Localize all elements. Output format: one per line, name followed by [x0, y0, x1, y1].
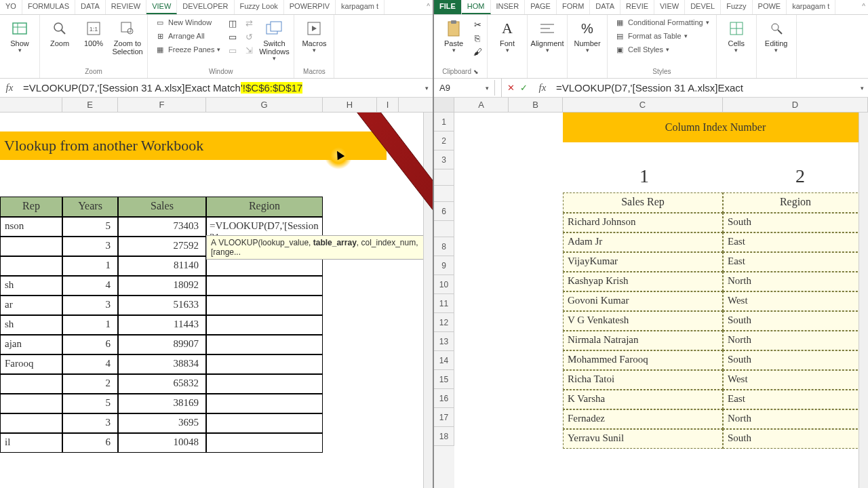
rcell[interactable]: Richard Johnson — [563, 213, 723, 232]
col-G[interactable]: G — [206, 98, 323, 112]
rowh[interactable]: 13 — [434, 332, 454, 351]
formula-input[interactable]: =VLOOKUP(D7,'[Session 31 A.xlsx]Exact Ma… — [19, 79, 421, 96]
condformat-button[interactable]: ▦Conditional Formatting▾ — [612, 16, 712, 28]
cellstyles-button[interactable]: ▣Cell Styles▾ — [612, 43, 712, 56]
tab-data[interactable]: DATA — [75, 0, 106, 14]
collapse-ribbon-icon[interactable]: ^ — [427, 3, 430, 10]
rcell[interactable]: North — [723, 272, 868, 291]
cell[interactable]: 38169 — [118, 394, 206, 413]
number-button[interactable]: %Number▾ — [572, 16, 603, 57]
cell-region[interactable] — [206, 276, 323, 296]
cell-region[interactable] — [206, 374, 323, 394]
enter-icon[interactable]: ✓ — [520, 83, 528, 93]
scroll-v-right[interactable] — [859, 113, 868, 488]
cell[interactable]: 11443 — [118, 315, 206, 335]
cell[interactable]: 18092 — [118, 276, 206, 296]
rowh[interactable] — [434, 186, 454, 202]
zoom100-button[interactable]: 1:1100% — [78, 16, 109, 50]
collapse-ribbon-right-icon[interactable]: ^ — [862, 3, 865, 10]
rcell[interactable]: East — [723, 232, 868, 252]
cell[interactable] — [0, 256, 62, 276]
rcell[interactable]: Kashyap Krish — [563, 272, 723, 291]
rowh[interactable]: 17 — [434, 408, 454, 427]
cell[interactable]: 2 — [62, 374, 118, 394]
rowh[interactable]: 15 — [434, 370, 454, 389]
cell-region[interactable] — [206, 296, 323, 315]
tab-powe[interactable]: POWE — [753, 0, 787, 14]
rcell[interactable]: Yerravu Sunil — [563, 429, 723, 449]
freeze-button[interactable]: ▦Freeze Panes▾ — [152, 43, 223, 56]
cell[interactable]: 3 — [62, 237, 118, 256]
rcell[interactable]: North — [723, 331, 868, 350]
cells-button[interactable]: Cells▾ — [721, 16, 752, 57]
rcell[interactable]: West — [723, 370, 868, 390]
cancel-icon[interactable]: ✕ — [507, 83, 515, 93]
cut-icon[interactable]: ✂ — [472, 19, 483, 30]
rcell[interactable]: South — [723, 213, 868, 232]
cell[interactable]: 1 — [62, 256, 118, 276]
right-grid[interactable]: 123689101112131415161718 Column Index Nu… — [434, 113, 868, 488]
cell[interactable]: 65832 — [118, 374, 206, 394]
cell[interactable]: 5 — [62, 394, 118, 413]
fx-icon-right[interactable]: fx — [533, 82, 552, 94]
rcell[interactable]: Richa Tatoi — [563, 370, 723, 390]
cell[interactable]: 1 — [62, 315, 118, 335]
col-A[interactable]: A — [454, 98, 509, 112]
namebox[interactable]: A9▾ — [434, 80, 495, 96]
tab-review[interactable]: REVIEW — [106, 0, 146, 14]
cell[interactable]: nson — [0, 217, 62, 237]
tab-page[interactable]: PAGE — [525, 0, 557, 14]
cell[interactable]: 4 — [62, 276, 118, 296]
reset-icon[interactable]: ↺ — [243, 31, 254, 42]
col-D[interactable]: D — [723, 98, 868, 112]
copy-icon[interactable]: ⎘ — [472, 33, 483, 43]
col-H[interactable]: H — [323, 98, 377, 112]
cell-region[interactable] — [206, 315, 323, 335]
rowh[interactable]: 1 — [434, 113, 454, 131]
cell[interactable]: ajan — [0, 335, 62, 354]
rcell[interactable]: South — [723, 350, 868, 370]
tab-data[interactable]: DATA — [590, 0, 620, 14]
rcell[interactable]: VijayKumar — [563, 252, 723, 272]
cell-region[interactable] — [206, 413, 323, 433]
cell[interactable]: ar — [0, 296, 62, 315]
scroll-v[interactable] — [423, 113, 433, 488]
col-E[interactable]: E — [62, 98, 118, 112]
rowh[interactable] — [434, 221, 454, 237]
cell[interactable]: 38834 — [118, 354, 206, 374]
tab-devel[interactable]: DEVEL — [685, 0, 721, 14]
tab-karpagam t[interactable]: karpagam t — [336, 0, 384, 14]
selectall-corner[interactable] — [434, 98, 454, 112]
rcell[interactable]: North — [723, 409, 868, 429]
cell[interactable]: 81140 — [118, 256, 206, 276]
tab-form[interactable]: FORM — [557, 0, 590, 14]
rowh[interactable]: 6 — [434, 202, 454, 221]
rcell[interactable]: K Varsha — [563, 390, 723, 409]
arrangeall-button[interactable]: ⊞Arrange All — [152, 30, 223, 42]
rowh[interactable]: 9 — [434, 256, 454, 275]
tab-file[interactable]: FILE — [434, 0, 462, 14]
tab-developer[interactable]: DEVELOPER — [177, 0, 234, 14]
cell[interactable]: 3 — [62, 296, 118, 315]
cell[interactable]: 3 — [62, 413, 118, 433]
rowh[interactable]: 12 — [434, 313, 454, 332]
formula-expand-icon[interactable]: ▾ — [421, 85, 433, 92]
rowh[interactable]: 14 — [434, 351, 454, 370]
rcell[interactable]: Mohammed Farooq — [563, 350, 723, 370]
cell-region[interactable] — [206, 354, 323, 374]
cell[interactable]: 27592 — [118, 237, 206, 256]
paste-button[interactable]: Paste▾ — [438, 16, 469, 57]
cell[interactable] — [0, 237, 62, 256]
rowh[interactable]: 8 — [434, 237, 454, 256]
tab-fuzzy look[interactable]: Fuzzy Look — [235, 0, 284, 14]
cell[interactable]: il — [0, 433, 62, 453]
cell[interactable]: 89907 — [118, 335, 206, 354]
editing-button[interactable]: Editing▾ — [761, 16, 792, 57]
cell-region[interactable] — [206, 394, 323, 413]
cell-region[interactable]: =VLOOKUP(D7,'[Session 31 — [206, 217, 323, 237]
left-grid[interactable]: Vlookup from another Workbook RepYearsSa… — [0, 113, 433, 488]
rcell[interactable]: West — [723, 291, 868, 311]
col-F[interactable]: F — [118, 98, 206, 112]
colh-rep[interactable] — [0, 98, 62, 112]
tab-revie[interactable]: REVIE — [620, 0, 654, 14]
